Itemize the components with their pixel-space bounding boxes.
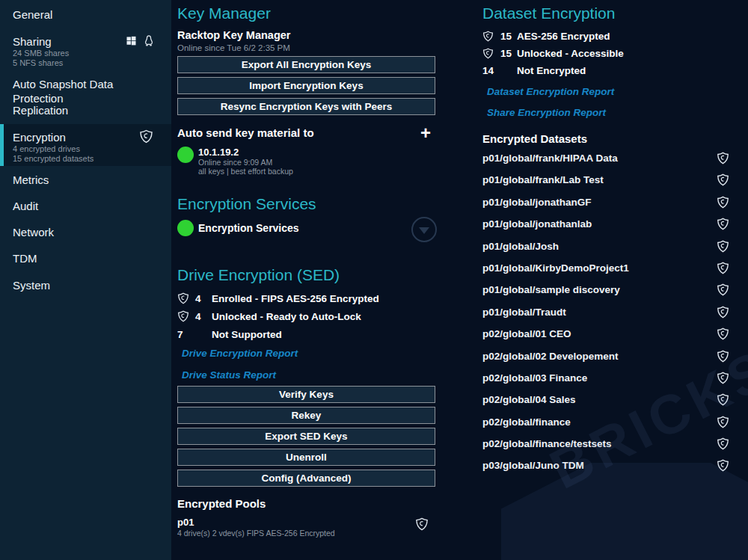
dataset-name: p02/global/finance/testsets <box>482 437 612 451</box>
dataset-row[interactable]: p01/global/Traudt <box>482 306 737 327</box>
sidebar-item-metrics[interactable]: Metrics <box>0 171 171 197</box>
dataset-name: p01/global/frank/Lab Test <box>482 173 604 187</box>
shield-icon <box>482 48 500 59</box>
dataset-name: p02/global/03 Finance <box>482 372 587 385</box>
export-sed-keys-button[interactable]: Export SED Keys <box>177 428 435 445</box>
auto-send-section: Auto send key material to + <box>177 126 435 140</box>
drive-encryption-report-link[interactable]: Drive Encryption Report <box>182 348 298 359</box>
dataset-name: p01/global/Josh <box>482 240 559 253</box>
dataset-row[interactable]: p01/global/frank/Lab Test <box>482 173 737 195</box>
dataset-row[interactable]: p02/global/finance <box>482 416 737 437</box>
pool-row[interactable]: p01 4 drive(s) 2 vdev(s) FIPS AES-256 En… <box>177 517 435 538</box>
shield-icon <box>717 437 729 450</box>
drive-encryption-buttons: Verify Keys Rekey Export SED Keys Unenro… <box>177 386 435 490</box>
dataset-name: p02/global/01 CEO <box>482 327 571 341</box>
dataset-row[interactable]: p02/global/finance/testsets <box>482 437 737 459</box>
dataset-row[interactable]: p01/global/KirbyDemoProject1 <box>482 262 737 283</box>
drive-encryption-report-link-row: Drive Encryption Report <box>177 346 435 360</box>
dataset-name: p01/global/frank/HIPAA Data <box>482 152 618 165</box>
online-status-dot <box>177 220 194 236</box>
stat-count: 4 <box>195 293 212 304</box>
dataset-row[interactable]: p01/global/jonathanGF <box>482 196 737 218</box>
shield-icon <box>717 306 729 319</box>
share-encryption-report-link[interactable]: Share Encryption Report <box>487 107 606 118</box>
stat-count: 15 <box>500 31 517 42</box>
stat-label: Unlocked - Accessible <box>517 48 624 59</box>
resync-encryption-keys-button[interactable]: Resync Encryption Keys with Peers <box>177 98 435 115</box>
stat-label: Not Encrypted <box>517 65 586 76</box>
dataset-row[interactable]: p03/global/Juno TDM <box>482 459 737 481</box>
shield-icon <box>717 240 729 253</box>
dataset-name: p02/global/02 Developement <box>482 350 619 363</box>
sidebar-item-label: Audit <box>13 199 162 213</box>
stat-label: Enrolled - FIPS AES-256 Encrypted <box>212 293 379 304</box>
dataset-stat-row: 15 AES-256 Encrypted <box>482 28 737 45</box>
drive-status-report-link[interactable]: Drive Status Report <box>182 369 276 381</box>
chevron-down-icon <box>419 227 429 234</box>
encryption-services-label: Encryption Services <box>198 222 299 234</box>
dataset-name: p01/global/jonathanlab <box>482 218 592 231</box>
shield-icon <box>717 152 729 164</box>
sidebar-item-label: General <box>13 7 162 22</box>
key-manager-buttons: Export All Encryption Keys Import Encryp… <box>177 56 435 119</box>
dataset-row[interactable]: p02/global/03 Finance <box>482 372 737 393</box>
shield-icon <box>717 262 729 274</box>
sidebar-item-audit[interactable]: Audit <box>0 197 171 224</box>
shield-icon <box>717 173 729 186</box>
sidebar-item-label: System <box>13 278 162 292</box>
sidebar-item-subtext: 5 NFS shares <box>13 58 162 68</box>
dataset-row[interactable]: p02/global/02 Developement <box>482 350 737 372</box>
sidebar-item-sharing[interactable]: Sharing 24 SMB shares 5 NFS shares <box>0 33 171 75</box>
dataset-row[interactable]: p01/global/sample discovery <box>482 283 737 305</box>
pool-name: p01 <box>177 517 335 528</box>
export-all-encryption-keys-button[interactable]: Export All Encryption Keys <box>177 56 435 73</box>
shield-icon <box>717 283 729 296</box>
shield-icon <box>177 292 195 304</box>
sidebar-item-network[interactable]: Network <box>0 224 171 250</box>
drive-status-report-link-row: Drive Status Report <box>177 368 435 381</box>
dataset-encryption-report-link[interactable]: Dataset Encryption Report <box>487 86 614 97</box>
dataset-name: p01/global/sample discovery <box>482 283 620 297</box>
dataset-row[interactable]: p01/global/frank/HIPAA Data <box>482 152 737 173</box>
shield-icon <box>415 517 429 531</box>
dataset-row[interactable]: p01/global/Josh <box>482 240 737 262</box>
encryption-services-dropdown-button[interactable] <box>411 217 437 242</box>
sidebar-item-label: Metrics <box>13 173 162 187</box>
unenroll-button[interactable]: Unenroll <box>177 449 435 466</box>
online-status-dot <box>177 147 194 163</box>
sidebar-item-system[interactable]: System <box>0 277 171 303</box>
drive-encryption-stats: 4 Enrolled - FIPS AES-256 Encrypted 4 Un… <box>177 289 435 343</box>
encryption-services-title: Encryption Services <box>177 194 435 214</box>
dataset-encryption-column: Dataset Encryption 15 AES-256 Encrypted … <box>482 0 737 560</box>
key-peer-row[interactable]: 10.1.19.2 Online since 9:09 AM all keys … <box>177 147 435 176</box>
stat-count: 4 <box>195 311 212 322</box>
rekey-button[interactable]: Rekey <box>177 407 435 424</box>
add-peer-button[interactable]: + <box>420 124 431 142</box>
dataset-row[interactable]: p02/global/04 Sales <box>482 393 737 415</box>
dataset-stat-row: 14 Not Encrypted <box>482 62 737 79</box>
dataset-row[interactable]: p02/global/01 CEO <box>482 327 737 349</box>
dataset-row[interactable]: p01/global/jonathanlab <box>482 218 737 239</box>
peer-address: 10.1.19.2 <box>198 147 293 158</box>
sidebar-item-auto-snapshot-data-protection[interactable]: Auto Snapshot Data Protection <box>0 76 171 102</box>
shield-icon <box>482 31 500 42</box>
share-encryption-report-link-row: Share Encryption Report <box>482 105 737 119</box>
drive-stat-row: 4 Unlocked - Ready to Auto-Lock <box>177 307 435 325</box>
import-encryption-keys-button[interactable]: Import Encryption Keys <box>177 77 435 94</box>
peer-detail: all keys | best effort backup <box>198 167 293 176</box>
sidebar-item-general[interactable]: General <box>0 6 171 32</box>
dataset-encryption-title: Dataset Encryption <box>482 4 737 23</box>
sidebar-item-subtext: 4 encrypted drives <box>13 144 162 154</box>
dataset-encryption-report-link-row: Dataset Encryption Report <box>482 84 737 98</box>
shield-icon <box>717 327 729 340</box>
sidebar-item-encryption[interactable]: Encryption 4 encrypted drives 15 encrypt… <box>0 124 171 166</box>
sidebar-item-label: TDM <box>13 251 162 265</box>
sidebar-item-tdm[interactable]: TDM <box>0 250 171 276</box>
config-advanced-button[interactable]: Config (Advanced) <box>177 470 435 487</box>
dataset-stat-row: 15 Unlocked - Accessible <box>482 45 737 62</box>
drive-encryption-title: Drive Encryption (SED) <box>177 265 435 285</box>
encrypted-datasets-list: p01/global/frank/HIPAA Datap01/global/fr… <box>482 152 737 481</box>
verify-keys-button[interactable]: Verify Keys <box>177 386 435 403</box>
shield-icon <box>717 393 729 406</box>
drive-stat-row: 7 Not Supported <box>177 325 435 343</box>
